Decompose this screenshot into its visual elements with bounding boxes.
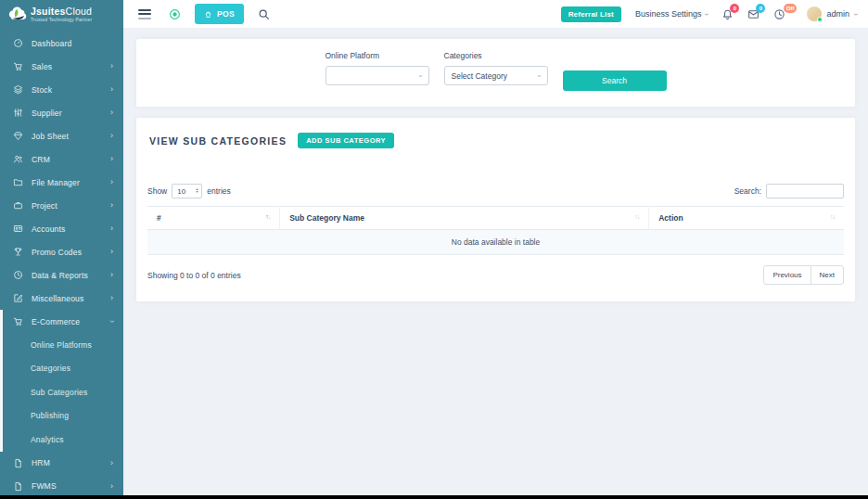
ecommerce-group: E-Commerce › Online Platforms Categories… [0, 310, 123, 452]
notifications-badge: 0 [730, 4, 739, 13]
edit-icon [13, 293, 23, 303]
pos-button[interactable]: POS [195, 4, 244, 24]
sidebar-item-ecommerce[interactable]: E-Commerce › [3, 310, 123, 333]
speedometer-icon [13, 38, 23, 48]
spinner-arrows-icon: ▲▼ [196, 188, 198, 195]
entries-select[interactable]: 10 ▲▼ [172, 184, 202, 198]
chevron-down-icon: › [108, 320, 116, 323]
empty-table-message: No data available in table [147, 230, 844, 255]
sidebar-item-accounts[interactable]: Accounts › [0, 217, 123, 240]
business-settings-menu[interactable]: Business Settings › [635, 9, 708, 19]
sidebar-subitem-analytics[interactable]: Analytics [3, 428, 123, 452]
sidebar-item-fwms[interactable]: FWMS › [0, 475, 123, 498]
users-icon [13, 154, 23, 164]
chevron-down-icon: › [851, 13, 860, 16]
chevron-right-icon: › [110, 201, 113, 210]
trophy-icon [13, 247, 23, 257]
pos-button-label: POS [217, 9, 235, 19]
cart-icon [13, 316, 23, 326]
briefcase-icon [13, 200, 23, 211]
chevron-right-icon: › [110, 459, 113, 467]
sidebar-item-hrm[interactable]: HRM › [0, 452, 123, 475]
avatar [807, 6, 822, 21]
clock-icon [13, 270, 23, 280]
categories-label: Categories [444, 51, 548, 60]
brand-logo[interactable]: JsuitesCloud Trusted Technology Partner [0, 0, 123, 29]
sidebar-item-project[interactable]: Project › [0, 194, 123, 217]
sidebar-item-miscellaneous[interactable]: Miscellaneous › [0, 287, 123, 310]
online-platform-select[interactable]: › [326, 66, 429, 85]
sidebar-item-data-reports[interactable]: Data & Reports › [0, 263, 123, 287]
sidebar-item-stock[interactable]: Stock › [0, 78, 123, 101]
sort-icon[interactable]: ↑↓ [265, 213, 270, 220]
sidebar-item-label: Project [32, 201, 57, 211]
previous-page-button[interactable]: Previous [763, 265, 811, 285]
sidebar: JsuitesCloud Trusted Technology Partner … [0, 0, 123, 495]
user-name: admin [826, 9, 849, 19]
chevron-right-icon: › [110, 85, 113, 94]
search-icon[interactable] [258, 8, 270, 20]
column-header-action[interactable]: Action↑↓ [649, 207, 844, 230]
location-icon[interactable] [169, 8, 181, 20]
chevron-right-icon: › [110, 178, 113, 186]
folder-icon [13, 177, 23, 187]
sidebar-item-crm[interactable]: CRM › [0, 147, 123, 171]
sidebar-item-label: CRM [32, 155, 50, 164]
menu-icon[interactable] [138, 9, 151, 19]
bag-icon [204, 10, 212, 19]
sidebar-item-sales[interactable]: Sales › [0, 55, 123, 78]
notifications-button[interactable]: 0 [721, 8, 734, 20]
brand-tagline: Trusted Technology Partner [31, 18, 92, 22]
sidebar-item-job-sheet[interactable]: Job Sheet › [0, 124, 123, 147]
table-search-input[interactable] [766, 184, 844, 198]
main-content: Online Platform › Categories Select Cate… [123, 29, 868, 495]
chevron-right-icon: › [110, 132, 113, 140]
online-platform-label: Online Platform [326, 51, 429, 60]
sidebar-item-label: E-Commerce [32, 317, 80, 326]
messages-button[interactable]: 0 [747, 8, 760, 20]
clock-status-badge: Off [784, 4, 798, 13]
category-select[interactable]: Select Category › [444, 66, 548, 85]
cloud-logo-icon [6, 6, 27, 22]
column-header-name[interactable]: Sub Category Name↑↓ [280, 207, 649, 230]
chevron-right-icon: › [110, 294, 113, 302]
sidebar-subitem-online-platforms[interactable]: Online Platforms [3, 333, 123, 357]
table-header-row: #↑↓ Sub Category Name↑↓ Action↑↓ [147, 207, 844, 230]
sidebar-item-dashboard[interactable]: Dashboard [0, 32, 123, 55]
sidebar-subitem-publishing[interactable]: Publishing [3, 404, 123, 429]
sidebar-item-promo-codes[interactable]: Promo Codes › [0, 240, 123, 263]
pagination: Previous Next [763, 265, 844, 285]
sidebar-subitem-categories[interactable]: Categories [3, 357, 123, 381]
sidebar-item-label: Miscellaneous [32, 294, 83, 303]
sidebar-subitem-sub-categories[interactable]: Sub Categories [3, 380, 123, 404]
sidebar-item-label: Stock [32, 85, 52, 95]
sort-icon[interactable]: ↑↓ [830, 213, 835, 220]
layers-icon [13, 84, 23, 95]
next-page-button[interactable]: Next [811, 265, 844, 285]
sidebar-item-file-manager[interactable]: File Manager › [0, 171, 123, 194]
subcategories-table: #↑↓ Sub Category Name↑↓ Action↑↓ No data… [147, 206, 844, 255]
chevron-right-icon: › [110, 248, 113, 256]
gem-icon [13, 131, 23, 141]
add-sub-category-button[interactable]: ADD SUB CATEGORY [298, 133, 394, 148]
entries-select-value: 10 [177, 187, 185, 196]
chevron-right-icon: › [110, 224, 113, 233]
user-menu[interactable]: admin › [807, 6, 857, 21]
sidebar-item-label: Sales [32, 62, 52, 71]
page-length-control: Show 10 ▲▼ entries [147, 184, 231, 198]
sidebar-item-supplier[interactable]: Supplier › [0, 101, 123, 124]
referral-list-button[interactable]: Referral List [561, 6, 621, 22]
clock-status-button[interactable]: Off [773, 8, 785, 20]
table-search-control: Search: [734, 184, 844, 198]
business-settings-label: Business Settings [635, 9, 702, 19]
column-header-index[interactable]: #↑↓ [147, 207, 280, 230]
sidebar-item-label: Accounts [32, 224, 66, 234]
show-label: Show [147, 186, 167, 196]
document-icon [13, 458, 23, 468]
sort-icon[interactable]: ↑↓ [634, 213, 639, 220]
table-search-label: Search: [734, 186, 761, 196]
chevron-right-icon: › [110, 109, 113, 117]
top-header: POS Referral List Business Settings › 0 … [123, 0, 868, 29]
sidebar-nav: Dashboard Sales › Stock › Supplier › Job… [0, 29, 123, 498]
filter-search-button[interactable]: Search [563, 70, 667, 91]
